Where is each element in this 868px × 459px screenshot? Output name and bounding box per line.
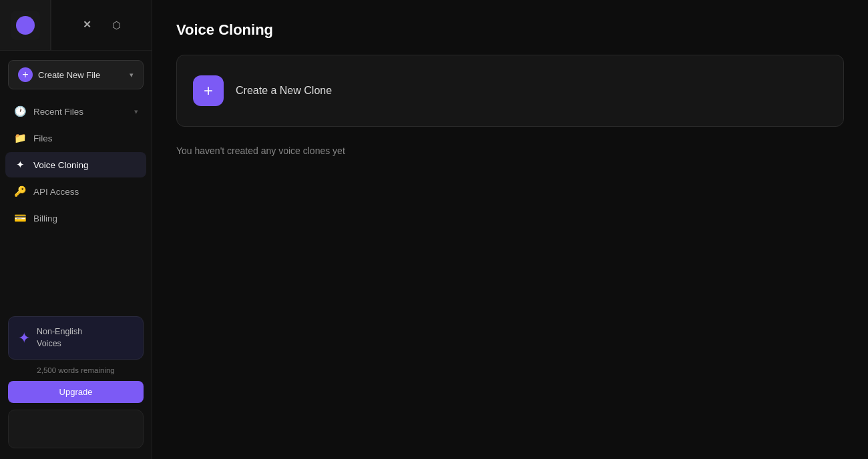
sidebar-item-billing[interactable]: 💳 Billing	[5, 205, 146, 231]
empty-state-message: You haven't created any voice clones yet	[176, 145, 844, 156]
recent-files-icon: 🕐	[13, 105, 27, 117]
main-content: Voice Cloning + Create a New Clone You h…	[152, 0, 868, 459]
voice-cloning-icon: ✦	[13, 159, 27, 171]
create-clone-card[interactable]: + Create a New Clone	[176, 55, 844, 127]
sidebar: ✕ ⬡ + Create New File ▾ 🕐 Recent Files ▾…	[0, 0, 152, 459]
promo-icon: ✦	[18, 330, 30, 347]
discord-button[interactable]: ⬡	[105, 15, 127, 36]
sidebar-bottom: ✦ Non-English Voices 2,500 words remaini…	[0, 308, 152, 459]
clone-plus-icon: +	[193, 75, 224, 106]
twitter-button[interactable]: ✕	[76, 15, 97, 36]
sidebar-item-api-access[interactable]: 🔑 API Access	[5, 179, 146, 204]
voice-cloning-label: Voice Cloning	[33, 160, 138, 170]
twitter-x-icon: ✕	[80, 19, 93, 32]
create-new-file-button[interactable]: + Create New File ▾	[8, 60, 144, 89]
words-remaining-label: 2,500 words remaining	[8, 366, 144, 374]
non-english-voices-card[interactable]: ✦ Non-English Voices	[8, 316, 144, 360]
billing-icon: 💳	[13, 212, 27, 224]
files-icon: 📁	[13, 132, 27, 144]
user-card[interactable]	[8, 410, 144, 448]
discord-icon: ⬡	[112, 19, 121, 31]
sidebar-item-voice-cloning[interactable]: ✦ Voice Cloning	[5, 152, 146, 177]
sidebar-social-icons: ✕ ⬡	[51, 0, 152, 50]
social-row: ✕ ⬡	[65, 15, 138, 36]
create-chevron-icon: ▾	[130, 71, 134, 79]
sidebar-top: ✕ ⬡	[0, 0, 152, 51]
create-button-label: Create New File	[38, 70, 124, 80]
create-clone-label: Create a New Clone	[236, 85, 332, 97]
upgrade-button[interactable]: Upgrade	[8, 381, 144, 403]
promo-text: Non-English Voices	[37, 326, 82, 350]
files-label: Files	[33, 133, 138, 143]
api-access-icon: 🔑	[13, 185, 27, 197]
recent-files-label: Recent Files	[33, 107, 128, 117]
recent-files-chevron-icon: ▾	[134, 107, 138, 116]
sidebar-item-files[interactable]: 📁 Files	[5, 125, 146, 151]
logo-box	[11, 11, 40, 40]
logo-inner	[16, 16, 35, 35]
app-logo	[0, 0, 51, 51]
sidebar-item-recent-files[interactable]: 🕐 Recent Files ▾	[5, 99, 146, 124]
api-access-label: API Access	[33, 187, 138, 197]
sidebar-nav: 🕐 Recent Files ▾ 📁 Files ✦ Voice Cloning…	[0, 99, 152, 231]
page-title: Voice Cloning	[176, 21, 844, 39]
create-plus-icon: +	[18, 67, 33, 82]
billing-label: Billing	[33, 213, 138, 223]
